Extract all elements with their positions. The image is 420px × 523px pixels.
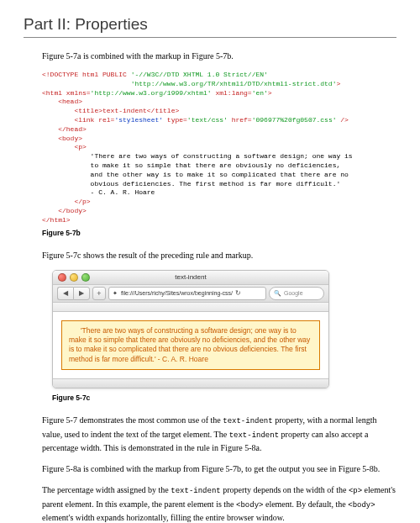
back-button[interactable]: ◀ [57,287,73,300]
url-field[interactable]: ✦ file:///Users/richy/Sites/wrox/beginni… [108,287,266,300]
bookmarks-bar [53,303,328,312]
browser-viewport: 'There are two ways of constructing a so… [53,312,328,379]
search-icon: 🔍 [274,290,281,297]
site-icon: ✦ [113,290,118,296]
figure-5-7b-label: Figure 5-7b [42,229,396,237]
browser-statusbar [53,378,328,388]
para-8a: Figure 5-8a is combined with the markup … [42,462,396,475]
window-title: text-indent [53,273,328,281]
search-placeholder: Google [284,290,303,296]
para-before-7c: Figure 5-7c shows the result of the prec… [42,249,396,262]
search-field[interactable]: 🔍 Google [269,287,324,300]
url-text: file:///Users/richy/Sites/wrox/beginning… [121,290,233,296]
browser-toolbar: ◀ ▶ + ✦ file:///Users/richy/Sites/wrox/b… [53,285,328,303]
rendered-paragraph: 'There are two ways of constructing a so… [61,320,320,371]
forward-button[interactable]: ▶ [73,287,90,300]
code-block-5-7b: <!DOCTYPE html PUBLIC '-//W3C//DTD XHTML… [42,71,396,237]
reload-icon[interactable]: ↻ [235,289,241,297]
intro-paragraph: Figure 5-7a is combined with the markup … [42,50,396,62]
window-titlebar: text-indent [53,271,328,285]
add-bookmark-button[interactable]: + [92,287,106,300]
part-title: Part II: Properties [24,15,396,38]
para-percentage-width: The percentage width assigned by the tex… [42,483,396,523]
browser-screenshot-5-7c: text-indent ◀ ▶ + ✦ file:///Users/richy/… [52,270,329,389]
figure-5-7c-label: Figure 5-7c [52,394,396,402]
para-text-indent-common: Figure 5-7 demonstrates the most common … [42,414,396,454]
